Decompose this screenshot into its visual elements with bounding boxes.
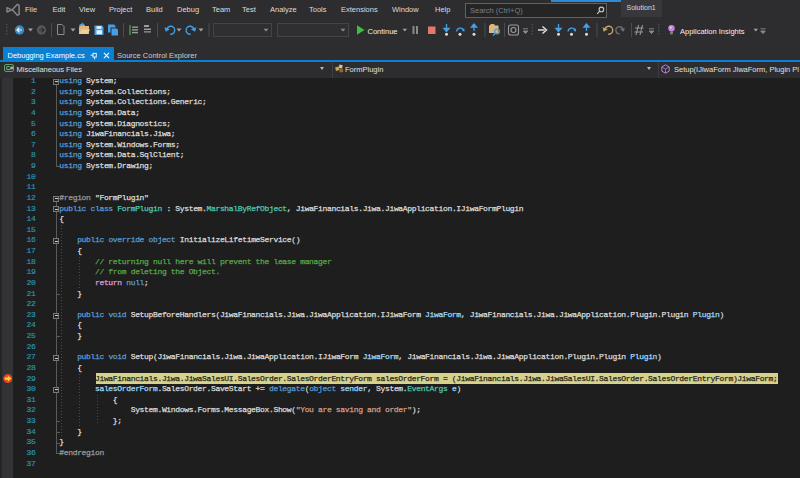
svg-text:C#: C# xyxy=(6,65,13,71)
